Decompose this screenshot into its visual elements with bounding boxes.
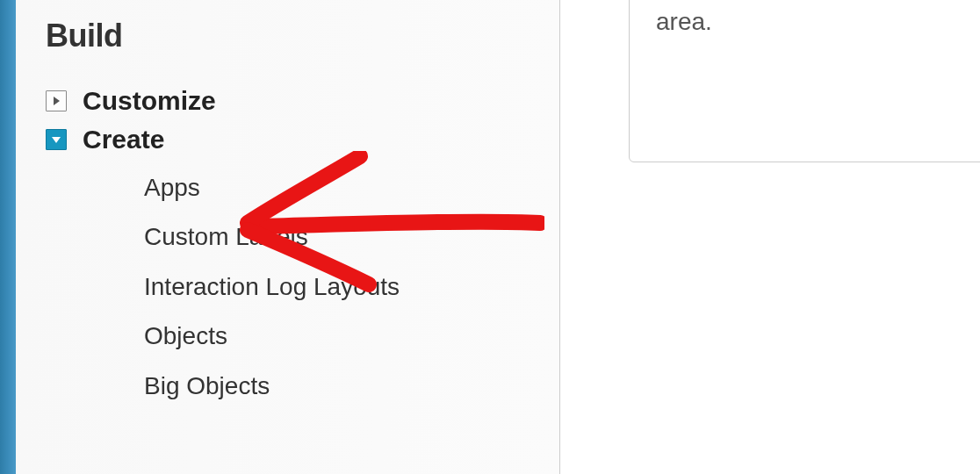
sidebar-item-custom-labels[interactable]: Custom Labels [144, 212, 533, 262]
sidebar-item-objects[interactable]: Objects [144, 312, 533, 361]
create-subtree: Apps Custom Labels Interaction Log Layou… [46, 163, 533, 411]
svg-marker-0 [54, 97, 60, 105]
main-panel: area. [629, 0, 980, 474]
card-text: area. [656, 4, 970, 39]
sidebar-item-apps[interactable]: Apps [144, 163, 533, 212]
sidebar-item-interaction-log-layouts[interactable]: Interaction Log Layouts [144, 262, 533, 312]
arrow-right-icon [46, 90, 67, 111]
tree-label-customize: Customize [83, 86, 216, 116]
arrow-down-icon [46, 129, 67, 150]
section-title-build: Build [46, 18, 533, 54]
left-rail [0, 0, 16, 474]
tree-label-create: Create [83, 125, 164, 154]
sidebar-item-big-objects[interactable]: Big Objects [144, 362, 533, 411]
setup-sidebar: Build Customize Create Apps Custom Label… [16, 0, 560, 474]
info-card: area. [629, 0, 980, 162]
svg-marker-1 [52, 137, 61, 143]
tree-item-customize[interactable]: Customize [46, 86, 533, 116]
tree-item-create[interactable]: Create [46, 125, 533, 154]
